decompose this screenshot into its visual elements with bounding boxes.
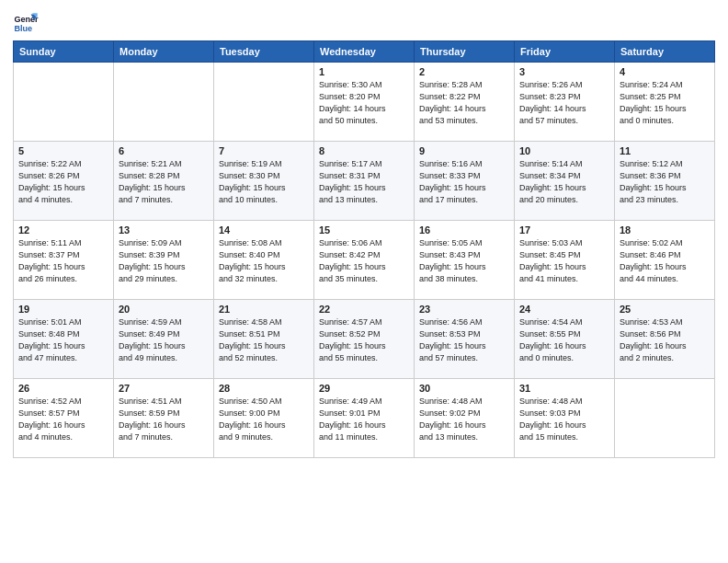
day-info: Sunrise: 5:21 AM Sunset: 8:28 PM Dayligh… <box>119 158 209 206</box>
calendar-cell: 3Sunrise: 5:26 AM Sunset: 8:23 PM Daylig… <box>515 63 615 142</box>
day-number: 12 <box>18 224 108 236</box>
logo-icon: General Blue <box>13 9 39 35</box>
day-number: 25 <box>620 304 710 315</box>
weekday-header-monday: Monday <box>114 41 214 63</box>
weekday-header-wednesday: Wednesday <box>314 41 415 63</box>
day-info: Sunrise: 5:12 AM Sunset: 8:36 PM Dayligh… <box>620 158 710 206</box>
day-number: 21 <box>219 304 309 315</box>
calendar-cell: 26Sunrise: 4:52 AM Sunset: 8:57 PM Dayli… <box>14 379 114 458</box>
day-number: 17 <box>519 224 609 236</box>
calendar-cell: 21Sunrise: 4:58 AM Sunset: 8:51 PM Dayli… <box>214 300 314 379</box>
day-info: Sunrise: 5:30 AM Sunset: 8:20 PM Dayligh… <box>319 79 409 127</box>
day-number: 23 <box>419 304 509 315</box>
calendar-cell: 29Sunrise: 4:49 AM Sunset: 9:01 PM Dayli… <box>314 379 415 458</box>
day-number: 5 <box>18 145 108 156</box>
day-info: Sunrise: 5:08 AM Sunset: 8:40 PM Dayligh… <box>219 237 309 285</box>
day-number: 13 <box>119 224 209 236</box>
calendar-cell: 22Sunrise: 4:57 AM Sunset: 8:52 PM Dayli… <box>314 300 415 379</box>
calendar-cell <box>214 63 314 142</box>
weekday-header-tuesday: Tuesday <box>214 41 314 63</box>
weekday-header-saturday: Saturday <box>615 41 715 63</box>
day-info: Sunrise: 4:54 AM Sunset: 8:55 PM Dayligh… <box>519 316 609 364</box>
day-info: Sunrise: 5:22 AM Sunset: 8:26 PM Dayligh… <box>18 158 108 206</box>
calendar-cell: 7Sunrise: 5:19 AM Sunset: 8:30 PM Daylig… <box>214 142 314 221</box>
day-info: Sunrise: 5:05 AM Sunset: 8:43 PM Dayligh… <box>419 237 509 285</box>
day-number: 8 <box>319 145 409 156</box>
day-number: 11 <box>620 145 710 156</box>
calendar-cell: 23Sunrise: 4:56 AM Sunset: 8:53 PM Dayli… <box>415 300 515 379</box>
day-info: Sunrise: 4:53 AM Sunset: 8:56 PM Dayligh… <box>620 316 710 364</box>
day-number: 22 <box>319 304 409 315</box>
day-number: 20 <box>119 304 209 315</box>
calendar-cell: 31Sunrise: 4:48 AM Sunset: 9:03 PM Dayli… <box>515 379 615 458</box>
day-number: 24 <box>519 304 609 315</box>
day-number: 30 <box>419 383 509 394</box>
calendar-cell: 8Sunrise: 5:17 AM Sunset: 8:31 PM Daylig… <box>314 142 415 221</box>
day-info: Sunrise: 4:52 AM Sunset: 8:57 PM Dayligh… <box>18 396 108 443</box>
calendar-cell: 28Sunrise: 4:50 AM Sunset: 9:00 PM Dayli… <box>214 379 314 458</box>
day-info: Sunrise: 4:51 AM Sunset: 8:59 PM Dayligh… <box>119 396 209 443</box>
calendar-header: SundayMondayTuesdayWednesdayThursdayFrid… <box>14 41 715 63</box>
day-number: 28 <box>219 383 309 394</box>
day-number: 18 <box>620 224 710 236</box>
day-info: Sunrise: 4:58 AM Sunset: 8:51 PM Dayligh… <box>219 316 309 364</box>
calendar-body: 1Sunrise: 5:30 AM Sunset: 8:20 PM Daylig… <box>14 63 715 458</box>
day-info: Sunrise: 5:14 AM Sunset: 8:34 PM Dayligh… <box>519 158 609 206</box>
calendar-cell: 13Sunrise: 5:09 AM Sunset: 8:39 PM Dayli… <box>114 221 214 300</box>
calendar-cell <box>14 63 114 142</box>
day-number: 27 <box>119 383 209 394</box>
day-number: 14 <box>219 224 309 236</box>
day-number: 3 <box>519 66 609 77</box>
calendar-cell: 20Sunrise: 4:59 AM Sunset: 8:49 PM Dayli… <box>114 300 214 379</box>
day-number: 31 <box>519 383 609 394</box>
logo: General Blue <box>13 9 42 35</box>
day-number: 15 <box>319 224 409 236</box>
calendar-page: General Blue SundayMondayTuesdayWednesda… <box>0 0 728 563</box>
day-number: 4 <box>620 66 710 77</box>
calendar-cell: 11Sunrise: 5:12 AM Sunset: 8:36 PM Dayli… <box>615 142 715 221</box>
day-number: 29 <box>319 383 409 394</box>
day-number: 10 <box>519 145 609 156</box>
calendar-cell: 4Sunrise: 5:24 AM Sunset: 8:25 PM Daylig… <box>615 63 715 142</box>
day-number: 19 <box>18 304 108 315</box>
calendar-cell <box>114 63 214 142</box>
day-info: Sunrise: 4:59 AM Sunset: 8:49 PM Dayligh… <box>119 316 209 364</box>
day-number: 1 <box>319 66 409 77</box>
day-info: Sunrise: 5:19 AM Sunset: 8:30 PM Dayligh… <box>219 158 309 206</box>
day-number: 2 <box>419 66 509 77</box>
day-info: Sunrise: 4:48 AM Sunset: 9:02 PM Dayligh… <box>419 396 509 443</box>
weekday-row: SundayMondayTuesdayWednesdayThursdayFrid… <box>14 41 715 63</box>
day-info: Sunrise: 4:56 AM Sunset: 8:53 PM Dayligh… <box>419 316 509 364</box>
calendar-cell: 17Sunrise: 5:03 AM Sunset: 8:45 PM Dayli… <box>515 221 615 300</box>
day-info: Sunrise: 5:02 AM Sunset: 8:46 PM Dayligh… <box>620 237 710 285</box>
day-info: Sunrise: 4:49 AM Sunset: 9:01 PM Dayligh… <box>319 396 409 443</box>
day-number: 26 <box>18 383 108 394</box>
day-number: 6 <box>119 145 209 156</box>
day-info: Sunrise: 5:26 AM Sunset: 8:23 PM Dayligh… <box>519 79 609 127</box>
day-info: Sunrise: 5:06 AM Sunset: 8:42 PM Dayligh… <box>319 237 409 285</box>
day-info: Sunrise: 5:16 AM Sunset: 8:33 PM Dayligh… <box>419 158 509 206</box>
day-number: 9 <box>419 145 509 156</box>
calendar-cell: 5Sunrise: 5:22 AM Sunset: 8:26 PM Daylig… <box>14 142 114 221</box>
calendar-cell: 1Sunrise: 5:30 AM Sunset: 8:20 PM Daylig… <box>314 63 415 142</box>
week-row-4: 19Sunrise: 5:01 AM Sunset: 8:48 PM Dayli… <box>14 300 715 379</box>
calendar-cell: 12Sunrise: 5:11 AM Sunset: 8:37 PM Dayli… <box>14 221 114 300</box>
calendar-cell: 10Sunrise: 5:14 AM Sunset: 8:34 PM Dayli… <box>515 142 615 221</box>
calendar-table: SundayMondayTuesdayWednesdayThursdayFrid… <box>13 40 715 458</box>
svg-text:Blue: Blue <box>14 24 32 33</box>
day-info: Sunrise: 5:24 AM Sunset: 8:25 PM Dayligh… <box>620 79 710 127</box>
header: General Blue <box>13 9 715 35</box>
weekday-header-friday: Friday <box>515 41 615 63</box>
calendar-cell: 2Sunrise: 5:28 AM Sunset: 8:22 PM Daylig… <box>415 63 515 142</box>
weekday-header-thursday: Thursday <box>415 41 515 63</box>
calendar-cell: 15Sunrise: 5:06 AM Sunset: 8:42 PM Dayli… <box>314 221 415 300</box>
day-number: 16 <box>419 224 509 236</box>
week-row-5: 26Sunrise: 4:52 AM Sunset: 8:57 PM Dayli… <box>14 379 715 458</box>
calendar-cell: 27Sunrise: 4:51 AM Sunset: 8:59 PM Dayli… <box>114 379 214 458</box>
day-info: Sunrise: 5:28 AM Sunset: 8:22 PM Dayligh… <box>419 79 509 127</box>
calendar-cell: 30Sunrise: 4:48 AM Sunset: 9:02 PM Dayli… <box>415 379 515 458</box>
day-info: Sunrise: 5:17 AM Sunset: 8:31 PM Dayligh… <box>319 158 409 206</box>
day-info: Sunrise: 4:48 AM Sunset: 9:03 PM Dayligh… <box>519 396 609 443</box>
calendar-cell: 14Sunrise: 5:08 AM Sunset: 8:40 PM Dayli… <box>214 221 314 300</box>
calendar-cell: 25Sunrise: 4:53 AM Sunset: 8:56 PM Dayli… <box>615 300 715 379</box>
